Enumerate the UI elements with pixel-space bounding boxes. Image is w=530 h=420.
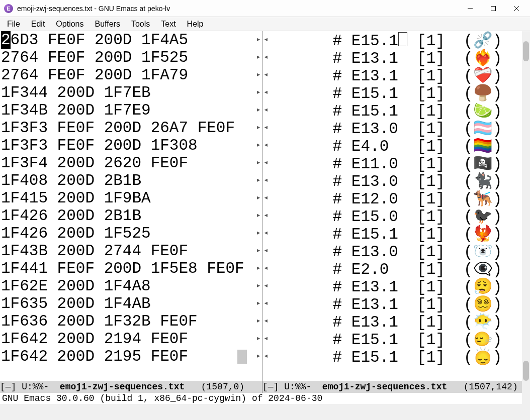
menu-file[interactable]: File (2, 19, 25, 30)
text-line[interactable]: 1F415 200D 1F9BA (0, 189, 262, 207)
menubar[interactable]: File Edit Options Buffers Tools Text Hel… (0, 17, 530, 31)
text-line[interactable]: 1F426 200D 2B1B (0, 207, 262, 225)
text-line[interactable]: 1F426 200D 1F525 (0, 225, 262, 242)
text-line[interactable]: 2764 FE0F 200D 1FA79 (0, 66, 262, 84)
text-line[interactable]: 1F3F4 200D 2620 FE0F (0, 154, 262, 172)
continuation-arrow-icon: ◂ (263, 348, 269, 365)
text-line[interactable]: 1F3F3 FE0F 200D 1F308 (0, 137, 262, 154)
continuation-arrow-icon: ▸ (256, 330, 261, 348)
text-line[interactable]: 1F344 200D 1F7EB (0, 84, 262, 101)
scrollbar[interactable] (522, 31, 530, 404)
close-button[interactable] (505, 1, 528, 16)
text-line[interactable]: 1F408 200D 2B1B (0, 172, 262, 189)
emoji-glyph: 🏳️‍🌈 (473, 137, 493, 154)
text-line[interactable]: # E13.0 [1] (🐈‍⬛) (262, 172, 530, 189)
menu-options[interactable]: Options (51, 19, 89, 30)
modeline[interactable]: [—] U:%%- emoji-zwj-sequences.txt (1507,… (0, 381, 530, 393)
menu-edit[interactable]: Edit (26, 19, 50, 30)
text-line[interactable]: # E11.0 [1] (🏴‍☠️) (262, 154, 530, 172)
continuation-arrow-icon: ▸ (256, 225, 261, 242)
left-pane[interactable]: ▸26D3 FE0F 200D 1F4A5▸2764 FE0F 200D 1F5… (0, 31, 262, 404)
text-line[interactable]: # E13.0 [1] (🐻‍❄️) (262, 242, 530, 260)
emoji-glyph: 🐦‍⬛ (473, 207, 493, 225)
window-title: emoji-zwj-sequences.txt - GNU Emacs at p… (17, 5, 170, 13)
continuation-arrow-icon: ◂ (263, 225, 269, 242)
continuation-arrow-icon: ▸ (256, 277, 261, 295)
minimize-button[interactable] (459, 1, 482, 16)
text-line[interactable]: # E13.1 [1] (😮‍💨) (262, 277, 530, 295)
continuation-arrow-icon: ▸ (256, 207, 261, 225)
text-line[interactable]: 1F43B 200D 2744 FE0F (0, 242, 262, 260)
text-line[interactable]: # E13.1 [1] (❤️‍🩹) (262, 66, 530, 84)
continuation-arrow-icon: ◂ (263, 66, 269, 84)
buffer-name-right: emoji-zwj-sequences.txt (322, 382, 447, 392)
continuation-arrow-icon: ◂ (263, 312, 269, 330)
text-line[interactable]: # E13.1 [1] (😶‍🌫️) (262, 312, 530, 330)
emoji-glyph: ⛓️‍💥 (473, 31, 493, 49)
right-pane[interactable]: ◂ # E15.1 [1] (⛓️‍💥)◂ # E13.1 [1] (❤️‍🔥)… (262, 31, 530, 404)
text-line[interactable]: # E15.1 [1] (⛓️‍💥) (262, 31, 530, 49)
text-line[interactable]: # E2.0 [1] (👁️‍🗨️) (262, 260, 530, 277)
text-line[interactable]: 1F441 FE0F 200D 1F5E8 FE0F (0, 260, 262, 277)
text-line[interactable]: 1F635 200D 1F4AB (0, 295, 262, 312)
emoji-glyph: 🍄‍🟫 (473, 84, 493, 101)
text-line[interactable]: 1F642 200D 2195 FE0F (0, 348, 262, 365)
continuation-arrow-icon: ◂ (263, 330, 269, 348)
text-line[interactable]: 1F636 200D 1F32B FE0F (0, 312, 262, 330)
continuation-arrow-icon: ◂ (263, 31, 269, 49)
text-line[interactable]: # E15.1 [1] (🍄‍🟫) (262, 84, 530, 101)
scrollbar-thumb-right[interactable] (523, 361, 529, 381)
emoji-glyph: 😵‍💫 (473, 295, 493, 312)
emoji-glyph: 👁️‍🗨️ (473, 260, 493, 277)
titlebar[interactable]: E emoji-zwj-sequences.txt - GNU Emacs at… (0, 0, 530, 17)
text-line[interactable]: # E15.1 [1] (🙂‍↕️) (262, 348, 530, 365)
text-line[interactable]: 2764 FE0F 200D 1F525 (0, 49, 262, 66)
bottom-strip: [—] U:%%- emoji-zwj-sequences.txt (1507,… (0, 381, 530, 404)
menu-tools[interactable]: Tools (126, 19, 155, 30)
continuation-arrow-icon: ▸ (256, 101, 261, 119)
continuation-arrow-icon: ▸ (256, 172, 261, 189)
window-controls (459, 1, 528, 16)
emoji-glyph: 🏴‍☠️ (473, 154, 493, 172)
text-line[interactable]: # E13.0 [1] (🏳️‍⚧️) (262, 119, 530, 137)
continuation-arrow-icon: ▸ (256, 137, 261, 154)
menu-help[interactable]: Help (182, 19, 209, 30)
editor-area[interactable]: ▸26D3 FE0F 200D 1F4A5▸2764 FE0F 200D 1F5… (0, 31, 530, 404)
echo-area: GNU Emacs 30.0.60 (build 1, x86_64-pc-cy… (0, 393, 530, 404)
continuation-arrow-icon: ◂ (263, 84, 269, 101)
menu-buffers[interactable]: Buffers (90, 19, 125, 30)
continuation-arrow-icon: ▸ (256, 84, 261, 101)
text-line[interactable]: # E15.1 [1] (🐦‍🔥) (262, 225, 530, 242)
buffer-name-left: emoji-zwj-sequences.txt (60, 382, 185, 392)
text-line[interactable]: 1F3F3 FE0F 200D 26A7 FE0F (0, 119, 262, 137)
emoji-glyph: 🙂‍↕️ (473, 348, 493, 365)
scrollbar-thumb-left[interactable] (523, 41, 529, 61)
region-indicator (237, 350, 247, 364)
continuation-arrow-icon: ▸ (256, 260, 261, 277)
svg-rect-1 (491, 6, 496, 11)
modeline-right[interactable]: [—] U:%%- emoji-zwj-sequences.txt (1507,… (262, 381, 530, 393)
text-line[interactable]: # E13.1 [1] (❤️‍🔥) (262, 49, 530, 66)
text-line[interactable]: # E15.0 [1] (🐦‍⬛) (262, 207, 530, 225)
continuation-arrow-icon: ▸ (256, 242, 261, 260)
continuation-arrow-icon: ◂ (263, 119, 269, 137)
modeline-left[interactable]: [—] U:%%- emoji-zwj-sequences.txt (1507,… (0, 381, 262, 393)
continuation-arrow-icon: ◂ (263, 189, 269, 207)
maximize-button[interactable] (482, 1, 505, 16)
text-line[interactable]: 26D3 FE0F 200D 1F4A5 (0, 31, 262, 49)
text-line[interactable]: 1F62E 200D 1F4A8 (0, 277, 262, 295)
text-line[interactable]: # E13.1 [1] (😵‍💫) (262, 295, 530, 312)
text-line[interactable]: # E15.1 [1] (🍋‍🟩) (262, 101, 530, 119)
continuation-arrow-icon: ◂ (263, 277, 269, 295)
text-line[interactable]: # E15.1 [1] (🙂‍↔️) (262, 330, 530, 348)
missing-glyph-icon (398, 32, 408, 46)
emoji-glyph: ❤️‍🔥 (473, 49, 493, 66)
emoji-glyph: 🙂‍↔️ (473, 330, 493, 348)
text-line[interactable]: # E12.0 [1] (🐕‍🦺) (262, 189, 530, 207)
text-line[interactable]: # E4.0 [1] (🏳️‍🌈) (262, 137, 530, 154)
text-line[interactable]: 1F34B 200D 1F7E9 (0, 101, 262, 119)
text-line[interactable]: 1F642 200D 2194 FE0F (0, 330, 262, 348)
continuation-arrow-icon: ◂ (263, 295, 269, 312)
menu-text[interactable]: Text (156, 19, 181, 30)
emoji-glyph: 🏳️‍⚧️ (473, 119, 493, 137)
